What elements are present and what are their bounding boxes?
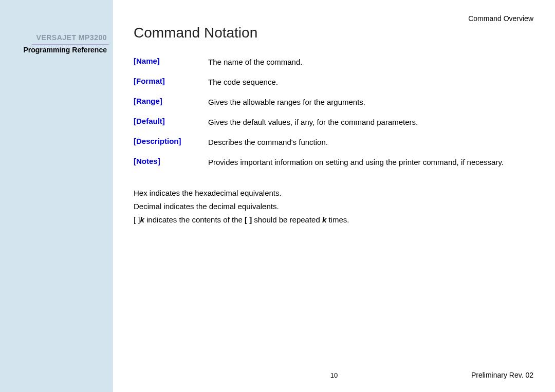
brackets: [ ] [245, 215, 252, 224]
note-line: [ ]k indicates the contents of the [ ] s… [134, 214, 534, 226]
page-heading: Command Notation [134, 25, 534, 41]
definition-label: [Range] [134, 97, 208, 105]
note-text: indicates the contents of the [144, 215, 245, 224]
definition-label: [Default] [134, 117, 208, 125]
definition-value: Gives the default values, if any, for th… [208, 117, 418, 127]
product-name: VERSAJET MP3200 [6, 33, 107, 42]
definition-value: Describes the command's function. [208, 137, 328, 147]
section-header: Command Overview [468, 14, 533, 23]
definition-row: [Format] The code sequence. [134, 77, 534, 87]
note-text: [ ] [134, 215, 140, 224]
page-container: VERSAJET MP3200 Programming Reference Co… [0, 0, 555, 392]
definition-value: The code sequence. [208, 77, 278, 87]
doc-title: Programming Reference [6, 46, 107, 54]
definition-value: The name of the command. [208, 57, 302, 67]
note-line: Decimal indicates the decimal equivalent… [134, 200, 534, 213]
definition-label: [Name] [134, 57, 208, 65]
definition-value: Gives the allowable ranges for the argum… [208, 97, 365, 107]
definition-row: [Notes] Provides important information o… [134, 157, 534, 167]
note-line: Hex indicates the hexadecimal equivalent… [134, 187, 534, 199]
divider-line [32, 44, 109, 45]
notes-block: Hex indicates the hexadecimal equivalent… [134, 187, 534, 226]
sidebar: VERSAJET MP3200 Programming Reference [0, 0, 113, 392]
main-content: Command Overview Command Notation [Name]… [113, 0, 555, 392]
definition-value: Provides important information on settin… [208, 157, 504, 167]
definition-label: [Format] [134, 77, 208, 85]
note-text: times. [326, 215, 349, 224]
definition-row: [Description] Describes the command's fu… [134, 137, 534, 147]
definition-table: [Name] The name of the command. [Format]… [134, 57, 534, 167]
page-number: 10 [330, 371, 338, 379]
definition-label: [Description] [134, 137, 208, 145]
note-text: should be repeated [252, 215, 322, 224]
revision-label: Preliminary Rev. 02 [471, 371, 533, 379]
definition-row: [Default] Gives the default values, if a… [134, 117, 534, 127]
definition-label: [Notes] [134, 157, 208, 165]
definition-row: [Name] The name of the command. [134, 57, 534, 67]
variable-k: k [140, 215, 144, 224]
definition-row: [Range] Gives the allowable ranges for t… [134, 97, 534, 107]
